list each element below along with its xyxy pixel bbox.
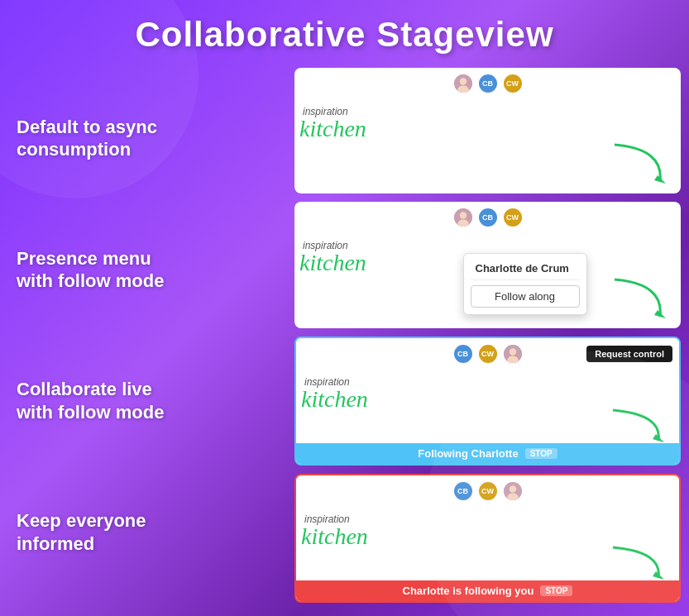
avatar-cb-3[interactable]: CB <box>452 343 474 365</box>
svg-point-14 <box>507 493 519 501</box>
avatar-cw-2[interactable]: CW <box>502 207 524 228</box>
avatar-cw-2-initials: CW <box>506 213 519 222</box>
avatar-cb-4-initials: CB <box>457 487 468 495</box>
follow-along-button[interactable]: Follow along <box>471 285 580 308</box>
popup-user-name: Charlotte de Crum <box>471 260 580 280</box>
request-control-button[interactable]: Request control <box>586 346 672 362</box>
card-informed-header: CB CW <box>296 475 679 507</box>
arrow-svg-3 <box>605 406 671 447</box>
left-panel: Default to asyncconsumption Presence men… <box>17 64 281 606</box>
following-charlotte-bar: Following Charlotte STOP <box>296 443 679 464</box>
avatar-charlotte-2[interactable] <box>452 207 474 228</box>
card-async-body: inspiration kitchen <box>294 99 681 193</box>
svg-point-5 <box>459 212 466 218</box>
avatar-cw-4-initials: CW <box>481 487 494 495</box>
feature-label-collaborate: Collaborate livewith follow mode <box>17 370 281 432</box>
page-title: Collaborative Stageview <box>0 0 689 64</box>
feature-label-informed: Keep everyoneinformed <box>17 501 281 563</box>
card-informed: CB CW inspiration kitchen <box>294 474 681 603</box>
right-panel: CB CW inspiration kitchen <box>294 64 681 606</box>
svg-point-1 <box>459 78 466 84</box>
arrow-svg-4 <box>605 543 671 585</box>
card-presence: CB CW inspiration kitchen Charlotte de C… <box>294 202 681 327</box>
svg-point-2 <box>457 86 469 94</box>
card-presence-body: inspiration kitchen Charlotte de Crum Fo… <box>294 233 681 327</box>
card-informed-body: inspiration kitchen Charlotte is followi… <box>296 507 679 601</box>
card-collaborate: CB CW Request control inspiration kitche… <box>294 337 681 466</box>
card-presence-header: CB CW <box>294 202 681 233</box>
card-collaborate-header: CB CW Request control <box>296 338 679 370</box>
arrow-svg-1 <box>606 141 672 190</box>
following-charlotte-text: Following Charlotte <box>418 447 518 460</box>
feature-label-presence: Presence menuwith follow mode <box>17 239 281 301</box>
avatar-cw-4[interactable]: CW <box>477 480 499 502</box>
charlotte-stop-badge[interactable]: STOP <box>540 585 572 596</box>
svg-point-10 <box>507 356 519 364</box>
avatar-charlotte-3[interactable] <box>502 343 524 365</box>
avatar-cw-3[interactable]: CW <box>477 343 499 365</box>
kitchen-text-1: kitchen <box>299 116 366 142</box>
svg-point-6 <box>457 220 469 228</box>
kitchen-text-3: kitchen <box>301 386 368 413</box>
presence-popup: Charlotte de Crum Follow along <box>463 253 587 315</box>
svg-point-13 <box>509 485 515 492</box>
avatar-charlotte-1[interactable] <box>452 73 474 94</box>
main-layout: Default to asyncconsumption Presence men… <box>0 64 689 614</box>
avatar-cb-2-initials: CB <box>482 213 493 222</box>
arrow-svg-2 <box>606 275 672 325</box>
avatar-charlotte-4[interactable] <box>502 480 524 502</box>
avatar-cb-2[interactable]: CB <box>477 207 499 228</box>
feature-label-async: Default to asyncconsumption <box>17 107 281 170</box>
kitchen-text-2: kitchen <box>299 250 366 276</box>
avatar-cb-1[interactable]: CB <box>477 73 499 94</box>
charlotte-following-bar: Charlotte is following you STOP <box>296 580 679 601</box>
avatar-cw-1[interactable]: CW <box>502 73 524 94</box>
card-collaborate-body: inspiration kitchen Following Charlotte … <box>296 370 679 464</box>
avatar-cw-initials: CW <box>506 79 519 88</box>
following-stop-badge[interactable]: STOP <box>525 448 557 459</box>
avatar-cb-initials: CB <box>482 79 493 88</box>
avatar-cb-3-initials: CB <box>457 350 468 358</box>
card-async-header: CB CW <box>294 68 681 99</box>
charlotte-following-text: Charlotte is following you <box>403 585 534 597</box>
kitchen-text-4: kitchen <box>301 523 368 550</box>
card-async: CB CW inspiration kitchen <box>294 68 681 193</box>
avatar-cw-3-initials: CW <box>481 350 494 358</box>
svg-point-9 <box>509 348 515 355</box>
avatar-cb-4[interactable]: CB <box>452 480 474 502</box>
